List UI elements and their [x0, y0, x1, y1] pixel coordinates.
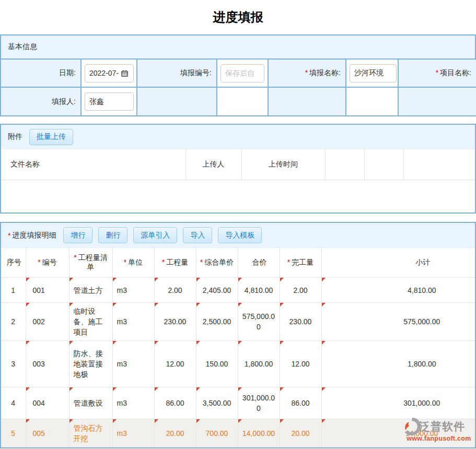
attachments-section-header: 附件 批量上传 [1, 125, 475, 149]
cell-unit-price[interactable]: 2,405.00 [196, 278, 238, 303]
table-row: 2 002 临时设备、施工项目 m3 230.00 2,500.00 575,0… [1, 303, 475, 341]
cell-unit[interactable]: m3 [112, 419, 154, 447]
report-name-input[interactable] [350, 64, 397, 82]
basic-info-section-title: 基本信息 [8, 42, 37, 52]
cell-unit[interactable]: m3 [112, 278, 154, 303]
cell-code[interactable]: 003 [26, 341, 69, 387]
cell-quantity[interactable]: 12.00 [154, 341, 196, 387]
cell-unit[interactable]: m3 [112, 341, 154, 387]
basic-info-form: 日期: 2022-07- [1, 58, 476, 115]
cell-code[interactable]: 004 [26, 387, 69, 419]
cell-code[interactable]: 005 [26, 419, 69, 447]
attachments-col-file-name: 文件名称 [1, 149, 185, 180]
attachments-panel: 附件 批量上传 文件名称 上传人 上传时间 [0, 124, 476, 214]
cell-code[interactable]: 001 [26, 278, 69, 303]
cell-unit-price[interactable]: 700.00 [196, 419, 238, 447]
report-no-label: 填报编号: [137, 59, 217, 87]
cell-subtotal[interactable]: 4,810.00 [321, 278, 475, 303]
attachments-col-upload-time: 上传时间 [241, 149, 325, 180]
cell-seq: 3 [1, 341, 26, 387]
basic-info-empty-cell [346, 87, 398, 115]
cell-unit[interactable]: m3 [112, 387, 154, 419]
cell-unit-price[interactable]: 3,500.00 [196, 387, 238, 419]
cell-amount[interactable]: 301,000.00 [238, 387, 280, 419]
basic-info-empty-cell [217, 87, 268, 115]
attachments-col-empty [403, 149, 475, 180]
cell-item[interactable]: 管沟石方开挖 [69, 419, 112, 447]
attachments-col-uploader: 上传人 [185, 149, 241, 180]
details-panel: * 进度填报明细 增行 删行 源单引入 导入 导入模板 序号 *编号 *工程量清… [0, 222, 476, 448]
cell-amount[interactable]: 1,800.00 [238, 341, 280, 387]
cell-amount[interactable]: 14,000.00 [238, 419, 280, 447]
import-template-button[interactable]: 导入模板 [218, 227, 262, 243]
import-button[interactable]: 导入 [183, 227, 212, 243]
report-name-label: *填报名称: [268, 59, 346, 87]
cell-subtotal[interactable]: 1,800.00 [321, 341, 475, 387]
table-row-selected: 5 005 管沟石方开挖 m3 20.00 700.00 14,000.00 2… [1, 419, 475, 447]
cell-amount[interactable]: 575,000.00 [238, 303, 280, 341]
cell-code[interactable]: 002 [26, 303, 69, 341]
attachments-table: 文件名称 上传人 上传时间 [1, 149, 475, 180]
col-unit: *单位 [112, 248, 154, 278]
reporter-label: 填报人: [1, 87, 81, 115]
add-row-button[interactable]: 增行 [63, 227, 92, 243]
col-unit-price: *综合单价 [196, 248, 238, 278]
source-import-button[interactable]: 源单引入 [133, 227, 177, 243]
cell-item[interactable]: 临时设备、施工项目 [69, 303, 112, 341]
batch-upload-button[interactable]: 批量上传 [29, 129, 73, 145]
cell-completed[interactable]: 2.00 [280, 278, 321, 303]
cell-unit[interactable]: m3 [112, 303, 154, 341]
cell-completed[interactable]: 86.00 [280, 387, 321, 419]
cell-unit-price[interactable]: 2,500.00 [196, 303, 238, 341]
attachments-section-title: 附件 [8, 132, 22, 141]
cell-seq: 1 [1, 278, 26, 303]
col-item: *工程量清单 [69, 248, 112, 278]
col-code: *编号 [26, 248, 69, 278]
date-value: 2022-07- [89, 69, 119, 77]
table-row: 4 004 管道敷设 m3 86.00 3,500.00 301,000.00 … [1, 387, 475, 419]
report-no-cell [217, 59, 268, 87]
delete-row-button[interactable]: 删行 [98, 227, 127, 243]
report-no-input[interactable] [220, 64, 264, 82]
cell-unit-price[interactable]: 150.00 [196, 341, 238, 387]
col-subtotal: 小计 [321, 248, 475, 278]
cell-quantity[interactable]: 230.00 [154, 303, 196, 341]
basic-info-empty-cell [268, 87, 346, 115]
cell-item[interactable]: 防水、接地装置接地极 [69, 341, 112, 387]
date-cell: 2022-07- [81, 59, 137, 87]
date-label: 日期: [1, 59, 81, 87]
reporter-cell [81, 87, 137, 115]
cell-amount[interactable]: 4,810.00 [238, 278, 280, 303]
cell-quantity[interactable]: 2.00 [154, 278, 196, 303]
cell-quantity[interactable]: 20.00 [154, 419, 196, 447]
cell-seq: 2 [1, 303, 26, 341]
project-name-label: *项目名称: [398, 59, 476, 87]
details-header-row: 序号 *编号 *工程量清单 *单位 *工程量 *综合单价 合价 *完工量 小计 [1, 248, 475, 278]
details-table: 序号 *编号 *工程量清单 *单位 *工程量 *综合单价 合价 *完工量 小计 … [1, 247, 475, 447]
cell-item[interactable]: 管道土方 [69, 278, 112, 303]
cell-item[interactable]: 管道敷设 [69, 387, 112, 419]
basic-info-section-header: 基本信息 [1, 36, 475, 58]
cell-subtotal[interactable]: 301,000.00 [321, 387, 475, 419]
basic-info-empty-cell [398, 87, 476, 115]
reporter-input[interactable] [85, 92, 134, 111]
basic-info-panel: 基本信息 日期: 2022-07- [0, 34, 476, 116]
attachments-col-empty [325, 149, 364, 180]
cell-seq: 5 [1, 419, 26, 447]
col-completed: *完工量 [280, 248, 321, 278]
cell-completed[interactable]: 20.00 [280, 419, 321, 447]
details-section-header: * 进度填报明细 增行 删行 源单引入 导入 导入模板 [1, 223, 475, 247]
cell-completed[interactable]: 230.00 [280, 303, 321, 341]
cell-subtotal[interactable]: 14,000.00 [321, 419, 475, 447]
cell-subtotal[interactable]: 575,000.00 [321, 303, 475, 341]
date-field[interactable]: 2022-07- [85, 64, 134, 82]
cell-quantity[interactable]: 86.00 [154, 387, 196, 419]
table-row: 1 001 管道土方 m3 2.00 2,405.00 4,810.00 2.0… [1, 278, 475, 303]
details-section-title: 进度填报明细 [12, 231, 56, 240]
cell-completed[interactable]: 12.00 [280, 341, 321, 387]
basic-info-empty-cell [137, 87, 217, 115]
table-row: 3 003 防水、接地装置接地极 m3 12.00 150.00 1,800.0… [1, 341, 475, 387]
col-quantity: *工程量 [154, 248, 196, 278]
cell-seq: 4 [1, 387, 26, 419]
calendar-icon [121, 70, 128, 77]
